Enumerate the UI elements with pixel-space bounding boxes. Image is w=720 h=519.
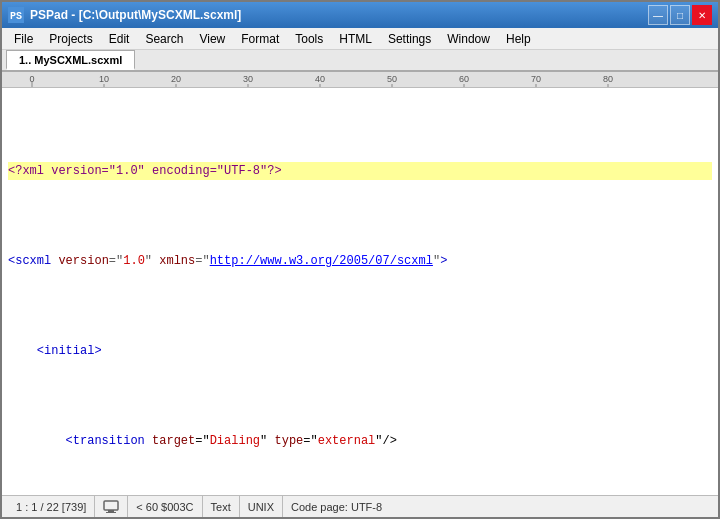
maximize-button[interactable]: □ xyxy=(670,5,690,25)
svg-text:70: 70 xyxy=(531,74,541,84)
svg-rect-21 xyxy=(104,501,118,510)
close-button[interactable]: ✕ xyxy=(692,5,712,25)
svg-text:10: 10 xyxy=(99,74,109,84)
menu-item-view[interactable]: View xyxy=(191,28,233,49)
code-line-1: <?xml version="1.0" encoding="UTF-8"?> xyxy=(8,162,712,180)
status-bar: 1 : 1 / 22 [739] < 60 $003C Text UNIX Co… xyxy=(2,495,718,517)
ruler: 0 10 20 30 40 50 60 70 80 xyxy=(2,72,718,88)
status-icon-section xyxy=(95,496,128,517)
svg-text:0: 0 xyxy=(29,74,34,84)
menu-bar: FileProjectsEditSearchViewFormatToolsHTM… xyxy=(2,28,718,50)
menu-item-projects[interactable]: Projects xyxy=(41,28,100,49)
menu-item-settings[interactable]: Settings xyxy=(380,28,439,49)
status-encoding: Code page: UTF-8 xyxy=(283,496,390,517)
svg-text:80: 80 xyxy=(603,74,613,84)
svg-text:40: 40 xyxy=(315,74,325,84)
tab-bar: 1.. MySCXML.scxml xyxy=(2,50,718,72)
menu-item-edit[interactable]: Edit xyxy=(101,28,138,49)
status-position: 1 : 1 / 22 [739] xyxy=(8,496,95,517)
svg-text:60: 60 xyxy=(459,74,469,84)
menu-item-tools[interactable]: Tools xyxy=(287,28,331,49)
status-line-ending: UNIX xyxy=(240,496,283,517)
svg-rect-22 xyxy=(108,510,114,512)
window-title: PSPad - [C:\Output\MySCXML.scxml] xyxy=(30,8,241,22)
main-window: PS PSPad - [C:\Output\MySCXML.scxml] — □… xyxy=(0,0,720,519)
monitor-icon xyxy=(103,500,119,514)
menu-item-help[interactable]: Help xyxy=(498,28,539,49)
window-controls: — □ ✕ xyxy=(648,5,712,25)
menu-item-window[interactable]: Window xyxy=(439,28,498,49)
code-editor[interactable]: <?xml version="1.0" encoding="UTF-8"?> <… xyxy=(2,88,718,495)
code-line-3: <initial> xyxy=(8,342,712,360)
code-line-2: <scxml version="1.0" xmlns="http://www.w… xyxy=(8,252,712,270)
title-bar-left: PS PSPad - [C:\Output\MySCXML.scxml] xyxy=(8,7,241,23)
svg-rect-23 xyxy=(106,512,116,513)
svg-text:30: 30 xyxy=(243,74,253,84)
menu-item-file[interactable]: File xyxy=(6,28,41,49)
code-line-4: <transition target="Dialing" type="exter… xyxy=(8,432,712,450)
svg-text:PS: PS xyxy=(10,11,22,22)
menu-item-format[interactable]: Format xyxy=(233,28,287,49)
status-range: < 60 $003C xyxy=(128,496,202,517)
menu-item-search[interactable]: Search xyxy=(137,28,191,49)
menu-item-html[interactable]: HTML xyxy=(331,28,380,49)
svg-text:20: 20 xyxy=(171,74,181,84)
app-icon: PS xyxy=(8,7,24,23)
title-bar: PS PSPad - [C:\Output\MySCXML.scxml] — □… xyxy=(2,2,718,28)
status-format: Text xyxy=(203,496,240,517)
tab-scxml[interactable]: 1.. MySCXML.scxml xyxy=(6,50,135,70)
editor-container[interactable]: <?xml version="1.0" encoding="UTF-8"?> <… xyxy=(2,88,718,495)
editor-body: <?xml version="1.0" encoding="UTF-8"?> <… xyxy=(2,88,718,495)
svg-text:50: 50 xyxy=(387,74,397,84)
minimize-button[interactable]: — xyxy=(648,5,668,25)
